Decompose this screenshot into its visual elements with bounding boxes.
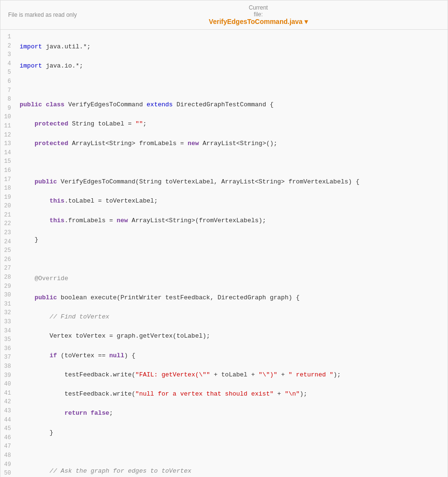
code-area: 12345 678910 1112131415 1617181920 21222… (0, 30, 448, 477)
editor-window: File is marked as read onlyCurrentfile:V… (0, 0, 448, 477)
code-content: import java.util.*; import java.io.*; pu… (18, 32, 448, 477)
read-only-label: File is marked as read only (8, 11, 77, 18)
current-file-name[interactable]: VerifyEdgesToCommand.java ▾ (209, 18, 308, 25)
editor-header: File is marked as read onlyCurrentfile:V… (0, 0, 448, 30)
line-numbers: 12345 678910 1112131415 1617181920 21222… (0, 32, 18, 477)
